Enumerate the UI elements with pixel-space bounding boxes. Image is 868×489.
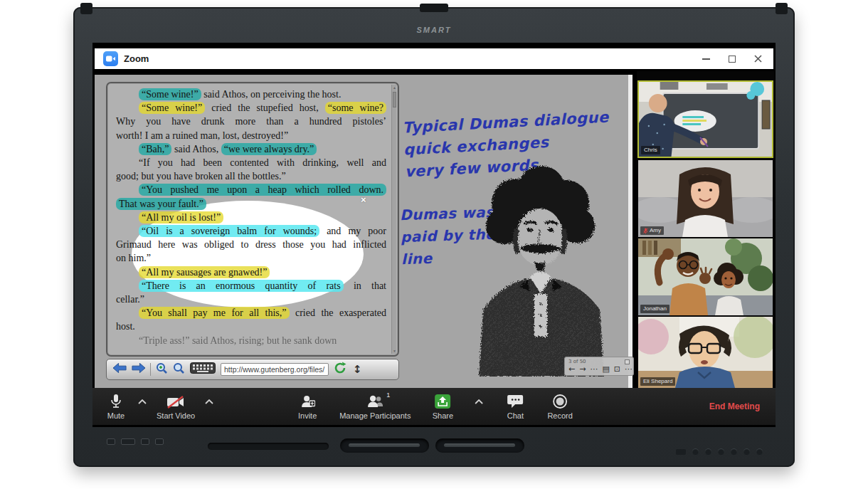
mute-label: Mute — [107, 411, 125, 420]
record-button[interactable]: Record — [547, 394, 572, 420]
maximize-icon[interactable] — [729, 56, 736, 63]
port-icon — [155, 438, 164, 445]
monitor-button — [756, 448, 763, 455]
record-label: Record — [547, 411, 572, 420]
video-options-chevron[interactable] — [205, 394, 213, 409]
stylus-pen — [444, 443, 515, 447]
pen-tray-right — [435, 438, 524, 453]
zoom-in-page-icon[interactable] — [156, 362, 168, 377]
pagenav-more-right[interactable]: ⋯ — [625, 365, 633, 373]
zoom-window-titlebar: Zoom — [95, 48, 773, 69]
document-text: cellar.” — [116, 294, 144, 305]
highlight-teal: “Bah,” — [139, 143, 171, 155]
share-options-chevron[interactable] — [475, 394, 483, 409]
document-line: on him.” — [116, 251, 386, 265]
document-line: “All my oil is lost!” — [116, 211, 386, 224]
spotlight-close-icon[interactable]: × — [361, 196, 366, 204]
document-line: “You shall pay me for all this,” cried t… — [116, 306, 386, 320]
resize-vertical-icon[interactable]: ↕ — [353, 363, 362, 376]
document-text: host. — [116, 321, 135, 332]
pagenav-next-page[interactable]: → — [579, 365, 586, 373]
document-line: worth! I am a ruined man, lost, destroye… — [116, 129, 386, 142]
participant-video-eli[interactable]: Eli Shepard — [638, 317, 773, 388]
microphone-icon — [110, 394, 122, 409]
document-line: “Triple ass!” said Athos, rising; but he… — [116, 334, 386, 347]
document-line: Grimaud here was obliged to dress those … — [116, 238, 386, 251]
monitor-mount-right — [776, 3, 788, 14]
scroll-down-icon[interactable]: ▼ — [392, 348, 397, 354]
refresh-icon[interactable] — [334, 362, 346, 377]
mute-options-chevron[interactable] — [138, 394, 147, 409]
document-lines: “Some wine!” said Athos, on perceiving t… — [107, 83, 398, 347]
participants-icon: 1 — [366, 394, 383, 409]
highlight-yellow: “All my oil is lost!” — [139, 211, 223, 224]
record-icon — [552, 394, 568, 409]
page-indicator: 3 of 50 — [568, 359, 586, 364]
chat-button[interactable]: Chat — [503, 394, 527, 420]
screen: Zoom “Some wine!” said Athos, on perceiv… — [92, 43, 776, 427]
highlight-teal: “we were always dry.” — [221, 143, 317, 155]
window-title: Zoom — [124, 53, 149, 64]
pagenav-previous-page[interactable]: ← — [568, 365, 575, 373]
document-text: good; but you have broken all the bottle… — [116, 171, 286, 182]
close-icon[interactable] — [754, 53, 762, 65]
monitor-button — [718, 448, 724, 455]
document-text: said Athos, on perceiving the host. — [201, 89, 342, 100]
start-video-label: Start Video — [157, 411, 195, 420]
pagenav-page-options[interactable]: ▤ — [602, 365, 609, 373]
magnifier-icon[interactable] — [173, 362, 185, 377]
document-text: in that — [344, 280, 386, 291]
highlight-cyan: “There is an enormous quantity of rats — [139, 280, 344, 292]
document-line: cellar.” — [116, 293, 386, 306]
start-video-button[interactable]: Start Video — [157, 394, 195, 420]
highlight-teal: “Some wine!” — [139, 88, 201, 100]
document-line: “There is an enormous quantity of rats i… — [116, 279, 386, 293]
pagenav-thumbnail-icon[interactable] — [625, 359, 630, 364]
highlight-teal: That was your fault.” — [116, 198, 206, 210]
participant-video-amy[interactable]: Amy — [638, 160, 773, 237]
document-text: worth! I am a ruined man, lost, destroye… — [116, 130, 288, 141]
scrollbar-thumb[interactable] — [393, 92, 396, 107]
invite-icon — [300, 394, 315, 409]
pagenav-selection-tool[interactable]: ⊡ — [614, 365, 620, 373]
manage-participants-button[interactable]: 1 Manage Participants — [339, 394, 411, 420]
forward-button[interactable] — [132, 363, 145, 376]
monitor-button — [705, 448, 711, 455]
document-text: on him.” — [116, 253, 151, 263]
invite-label: Invite — [298, 411, 317, 420]
page-navigation-widget: 3 of 50 ←→⋯▤⊡⋯ — [564, 357, 634, 376]
scroll-up-icon[interactable]: ▲ — [392, 85, 397, 90]
document-line: That was your fault.” — [116, 197, 386, 211]
mute-button[interactable]: Mute — [104, 394, 128, 420]
browser-toolbar: ↕ — [106, 359, 399, 380]
highlight-teal: “You pushed me upon a heap which rolled … — [139, 184, 386, 196]
participants-count-badge: 1 — [386, 391, 390, 399]
invite-button[interactable]: Invite — [295, 394, 319, 420]
chat-label: Chat — [507, 411, 524, 420]
pagenav-more-left[interactable]: ⋯ — [590, 365, 598, 373]
port-icon — [107, 438, 115, 445]
document-text: Why you have drunk more than a hundred p… — [116, 116, 386, 127]
document-text: “Triple ass!” said Athos, rising; but he… — [139, 335, 337, 346]
document-text: “If you had been contented with drinking… — [139, 157, 386, 168]
monitor-button — [731, 448, 737, 455]
monitor-camera-notch — [420, 4, 448, 12]
url-input[interactable] — [221, 363, 329, 376]
document-page[interactable]: “Some wine!” said Athos, on perceiving t… — [106, 82, 399, 357]
participant-video-jonathan[interactable]: Jonathan — [638, 238, 773, 315]
end-meeting-button[interactable]: End Meeting — [709, 401, 764, 411]
share-button[interactable]: Share — [430, 394, 455, 420]
minimize-icon[interactable] — [702, 58, 710, 60]
document-line: “You pushed me upon a heap which rolled … — [116, 183, 386, 196]
participant-video-chris[interactable]: Chris — [637, 80, 773, 158]
document-text: cried the exasperated — [290, 307, 386, 318]
back-button[interactable] — [113, 363, 127, 376]
document-line: Why you have drunk more than a hundred p… — [116, 115, 386, 128]
page-scrollbar[interactable]: ▲ ▼ — [391, 85, 396, 354]
monitor-button — [692, 448, 699, 455]
keyboard-button[interactable] — [190, 362, 216, 377]
smart-board-monitor: SMART Zoom “Some wine!” said At — [73, 7, 795, 467]
participant-name: Jonathan — [643, 305, 667, 312]
participant-name: Amy — [650, 227, 661, 234]
speaker-grille — [208, 443, 329, 450]
